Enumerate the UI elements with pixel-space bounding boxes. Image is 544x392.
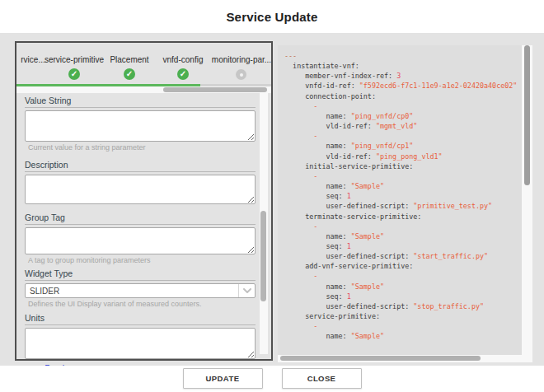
dialog-body: rvice... service-primitive ✓ Placement ✓… — [0, 33, 544, 366]
step-label: vnfd-config — [163, 55, 204, 64]
code-vertical-scrollbar[interactable] — [522, 45, 532, 355]
units-input[interactable] — [25, 328, 256, 359]
form-vertical-scrollbar[interactable] — [260, 93, 268, 354]
widget-type-value: SLIDER — [26, 284, 238, 297]
step-monitoring-param[interactable]: monitoring-par... — [204, 55, 279, 80]
yaml-preview-panel: --- instantiate-vnf: member-vnf-index-re… — [278, 45, 532, 362]
update-button[interactable]: UPDATE — [183, 368, 263, 389]
group-tag-input[interactable] — [25, 227, 256, 254]
field-label: Group Tag — [25, 212, 256, 225]
scrollbar-thumb[interactable] — [163, 87, 267, 92]
scrollbar-thumb[interactable] — [280, 356, 481, 361]
scrollbar-thumb[interactable] — [524, 45, 530, 185]
dialog-header: Service Update — [0, 0, 544, 33]
field-label: Value String — [25, 96, 256, 108]
page-title: Service Update — [226, 10, 317, 24]
check-icon: ✓ — [68, 68, 80, 80]
value-string-input[interactable] — [25, 110, 256, 142]
field-units: Units — [25, 313, 256, 359]
form-fields: Value String Current value for a string … — [25, 96, 256, 375]
field-label: Description — [25, 160, 256, 172]
description-input[interactable] — [25, 175, 256, 204]
field-hint: Current value for a string parameter — [25, 143, 256, 152]
widget-type-select[interactable]: SLIDER — [25, 283, 256, 298]
field-label: Units — [25, 313, 256, 325]
chevron-down-icon — [238, 284, 255, 297]
dialog-footer: UPDATE CLOSE — [0, 366, 544, 392]
scrollbar-thumb[interactable] — [260, 211, 266, 301]
field-group-tag: Group Tag A tag to group monitoring para… — [25, 212, 256, 264]
field-value-string: Value String Current value for a string … — [25, 96, 256, 152]
code-horizontal-scrollbar[interactable] — [278, 355, 532, 362]
step-label: monitoring-par... — [212, 55, 271, 64]
wizard-form-panel: rvice... service-primitive ✓ Placement ✓… — [15, 41, 273, 361]
field-label: Widget Type — [25, 268, 256, 281]
check-icon: ✓ — [177, 68, 189, 80]
field-description: Description — [25, 160, 256, 204]
stepper-horizontal-scrollbar[interactable] — [16, 86, 271, 93]
field-hint: A tag to group monitoring parameters — [25, 256, 256, 264]
step-label: Placement — [110, 55, 148, 64]
field-hint: Defines the UI Display variant of measur… — [25, 300, 256, 308]
field-widget-type: Widget Type SLIDER Defines the UI Displa… — [25, 268, 256, 308]
close-button[interactable]: CLOSE — [282, 368, 362, 389]
pending-dot-icon — [236, 68, 247, 80]
check-icon: ✓ — [124, 68, 135, 80]
yaml-code: --- instantiate-vnf: member-vnf-index-re… — [284, 51, 520, 352]
